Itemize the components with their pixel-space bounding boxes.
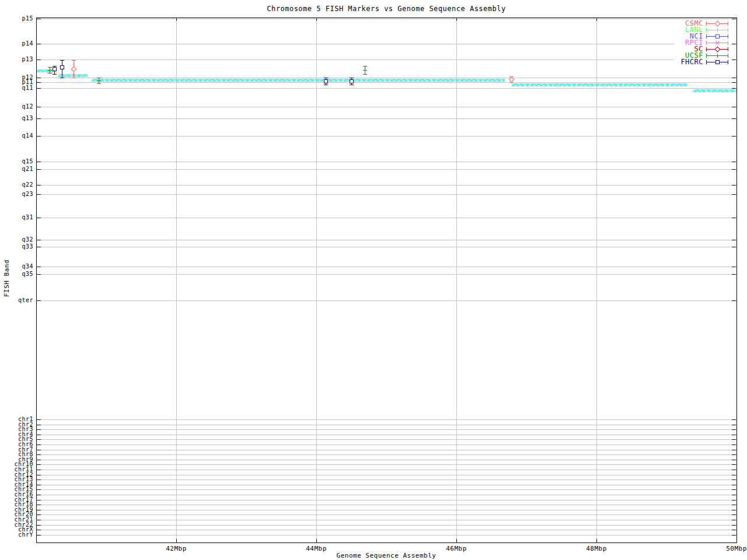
x-tick xyxy=(736,539,737,542)
band-q13-label: q13 xyxy=(0,116,33,121)
band-q33-label: q33 xyxy=(0,244,33,250)
band-p14-tick-left xyxy=(37,44,41,44)
row-chr14-tick-right xyxy=(732,485,736,485)
band-q15-tick-right xyxy=(732,162,736,162)
row-chr11-tick-right xyxy=(732,470,736,470)
band-q22-tick-left xyxy=(37,185,41,186)
band-q33-tick-left xyxy=(37,247,41,247)
legend-square-marker xyxy=(715,34,720,38)
row-chr17-tick-left xyxy=(37,500,41,501)
chart-title: Chromosome 5 FISH Markers vs Genome Sequ… xyxy=(36,5,736,13)
legend-entry-csmc: CSMC xyxy=(675,20,735,27)
band-q21-tick-left xyxy=(37,169,41,170)
band-q12-tick-left xyxy=(37,107,41,107)
legend-sample-line xyxy=(706,52,728,59)
row-chrY-tick-right xyxy=(732,535,736,536)
fish-marker-ucsf-cap xyxy=(363,74,367,75)
row-chr2-tick-right xyxy=(732,425,736,425)
band-p15-label: p15 xyxy=(0,16,33,22)
band-q31-label: q31 xyxy=(0,215,33,220)
band-qter-tick-right xyxy=(732,300,736,301)
row-chrY-tick-left xyxy=(37,535,41,536)
band-q14-tick-left xyxy=(37,136,41,136)
band-q14-tick-right xyxy=(732,136,736,136)
band-p14-label: p14 xyxy=(0,41,33,47)
row-chr8-tick-left xyxy=(37,454,41,455)
row-chrX-tick-right xyxy=(732,530,736,530)
band-qter-label: qter xyxy=(0,298,33,303)
legend-entry-nci: NCI xyxy=(675,33,735,40)
x-axis-title: Genome Sequence Assembly xyxy=(36,552,736,559)
fish-marker-ucsf-cap xyxy=(363,66,367,66)
legend-cap xyxy=(706,60,707,64)
band-q32-tick-left xyxy=(37,240,41,240)
row-chr3-tick-right xyxy=(732,429,736,430)
legend-entry-rpci: RPCI xyxy=(675,40,735,46)
legend-sample-line xyxy=(706,27,728,33)
band-p15-tick-right xyxy=(732,19,736,19)
row-chr16-tick-left xyxy=(37,495,41,495)
x-tick xyxy=(176,539,177,542)
band-q35-label: q35 xyxy=(0,271,33,277)
band-q23-tick-right xyxy=(732,194,736,195)
row-chr4-tick-right xyxy=(732,435,736,435)
band-p12-tick-left xyxy=(37,78,41,78)
row-chr2-tick-left xyxy=(37,425,41,425)
row-chr19-tick-left xyxy=(37,510,41,510)
band-q11-label: q11 xyxy=(0,85,33,91)
band-q15-tick-left xyxy=(37,162,41,162)
fish-marker-fhcrc-cap xyxy=(53,74,57,75)
row-chr13-tick-right xyxy=(732,480,736,480)
row-chr5-tick-left xyxy=(37,439,41,440)
legend-cap xyxy=(706,22,707,26)
band-q31-tick-left xyxy=(37,218,41,218)
row-chr6-tick-left xyxy=(37,444,41,445)
band-p11-tick-left xyxy=(37,82,41,83)
legend-sample-line xyxy=(706,33,728,40)
band-q11-tick-right xyxy=(732,88,736,89)
band-q21-tick-right xyxy=(732,169,736,170)
band-q23-label: q23 xyxy=(0,191,33,197)
band-p13-label: p13 xyxy=(0,57,33,62)
row-chr7-tick-right xyxy=(732,450,736,450)
band-q35-tick-left xyxy=(37,274,41,275)
row-chr10-tick-left xyxy=(37,464,41,465)
row-chr3-tick-left xyxy=(37,429,41,430)
fish-marker-csmc-cap xyxy=(72,60,76,61)
row-chrX-tick-left xyxy=(37,530,41,530)
legend-cap xyxy=(728,22,728,26)
legend-diamond-marker xyxy=(715,47,721,52)
row-chr6-tick-right xyxy=(732,444,736,445)
row-chr12-tick-right xyxy=(732,475,736,475)
fish-marker-csmc-cap xyxy=(72,78,76,78)
row-chr14-tick-left xyxy=(37,485,41,485)
legend-cap xyxy=(728,60,728,64)
legend-cap xyxy=(706,47,707,51)
legend-cap xyxy=(728,28,728,32)
band-q22-tick-right xyxy=(732,185,736,186)
legend-entry-fhcrc: FHCRC xyxy=(675,59,735,65)
x-tick xyxy=(596,539,597,542)
row-chr1-tick-left xyxy=(37,419,41,420)
row-chr4-tick-left xyxy=(37,435,41,435)
row-chr22-tick-right xyxy=(732,525,736,526)
row-chr16-tick-right xyxy=(732,495,736,495)
row-chrY-label: chrY xyxy=(0,532,33,538)
fish-marker-fhcrc-cap xyxy=(324,85,328,85)
band-q21-label: q21 xyxy=(0,166,33,172)
legend-plus-marker xyxy=(717,28,718,32)
band-p13-tick-right xyxy=(732,60,736,60)
band-qter-tick-left xyxy=(37,300,41,301)
legend-sample-line xyxy=(706,40,728,46)
row-chr10-tick-right xyxy=(732,464,736,465)
legend-cap xyxy=(706,41,707,45)
fish-marker-fhcrc-square-marker xyxy=(53,67,57,71)
row-chr13-tick-left xyxy=(37,480,41,480)
band-q14-label: q14 xyxy=(0,133,33,139)
row-chr8-tick-right xyxy=(732,454,736,455)
band-q13-tick-left xyxy=(37,118,41,119)
legend-cap xyxy=(728,41,728,45)
row-chr7-tick-left xyxy=(37,450,41,450)
legend-sample-line xyxy=(706,59,728,65)
legend-sample-line xyxy=(706,46,728,52)
